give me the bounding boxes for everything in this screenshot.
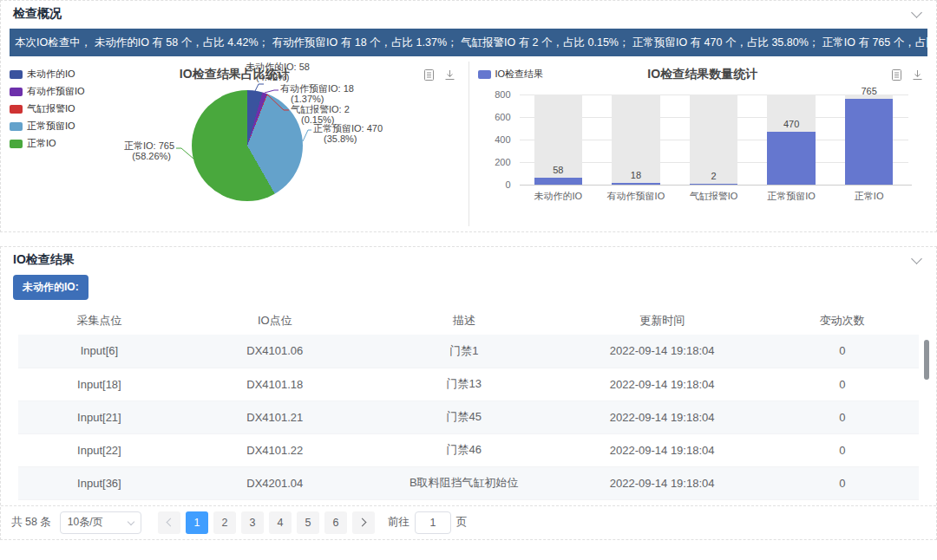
category-badge[interactable]: 未动作的IO: [13, 275, 88, 300]
y-axis-tick: 600 [469, 112, 511, 122]
overview-title: 检查概况 [13, 6, 62, 22]
table-cell: 门禁1 [370, 335, 559, 368]
legend-swatch [478, 70, 491, 79]
chevron-left-icon [166, 518, 174, 527]
bar-cell: 765 [830, 94, 908, 185]
charts-row: IO检查结果占比统计 未动作的IO 有动作预留IO 气缸报警IO 正常预留IO … [1, 62, 936, 231]
page-button[interactable]: 3 [241, 511, 264, 534]
pie-legend-item[interactable]: 未动作的IO [10, 68, 85, 81]
collapse-chevron-icon[interactable] [911, 7, 922, 18]
legend-label: 气缸报警IO [27, 102, 75, 115]
table-cell: 0 [766, 433, 920, 466]
bar-cell: 2 [675, 94, 753, 185]
pie-chart-panel: IO检查结果占比统计 未动作的IO 有动作预留IO 气缸报警IO 正常预留IO … [1, 62, 469, 226]
total-count: 共 58 条 [11, 515, 51, 530]
legend-label: 未动作的IO [27, 68, 75, 81]
table-cell: Input[6] [18, 335, 180, 368]
download-icon[interactable] [443, 68, 456, 81]
bar-chart-panel: IO检查结果数量统计 IO检查结果 800 600 400 200 0 [469, 62, 937, 226]
page-button[interactable]: 2 [213, 511, 236, 534]
pie-legend-item[interactable]: 气缸报警IO [10, 102, 85, 115]
table-cell: Input[22] [18, 433, 180, 466]
pagination: 共 58 条 10条/页 1 2 3 4 5 6 前往 页 [1, 505, 936, 539]
table-row: Input[22] DX4101.22 门禁46 2022-09-14 19:1… [18, 433, 919, 466]
bar-value-label: 765 [830, 86, 908, 96]
bar-legend: IO检查结果 [478, 68, 544, 85]
table-cell: 2022-09-14 19:18:04 [559, 466, 766, 499]
bar-legend-item[interactable]: IO检查结果 [478, 68, 544, 81]
table-row: Input[6] DX4101.06 门禁1 2022-09-14 19:18:… [18, 335, 919, 368]
table-cell: 0 [766, 466, 920, 499]
page-button[interactable]: 4 [269, 511, 292, 534]
page-size-select[interactable]: 10条/页 [60, 511, 141, 534]
pie-label: 正常IO: 765(58.26%) [83, 141, 174, 161]
x-axis-label: 正常预留IO [752, 190, 830, 203]
table-row: Input[21] DX4101.21 门禁45 2022-09-14 19:1… [18, 400, 919, 433]
legend-label: 正常预留IO [27, 120, 75, 133]
table-cell: 2022-09-14 19:18:04 [559, 368, 766, 400]
x-axis-label: 气缸报警IO [675, 190, 753, 203]
bar [845, 99, 894, 185]
y-axis-tick: 0 [469, 179, 511, 190]
page-button[interactable]: 6 [324, 511, 347, 534]
table-scrollbar-thumb[interactable] [924, 340, 929, 380]
download-icon[interactable] [911, 68, 924, 81]
legend-label: 正常IO [27, 137, 56, 150]
table-cell: 门禁45 [370, 400, 559, 433]
goto-input[interactable] [415, 511, 451, 534]
dataview-icon[interactable] [423, 68, 436, 81]
pie-legend-item[interactable]: 正常IO [10, 137, 85, 150]
y-axis-tick: 200 [469, 157, 511, 167]
table-header-row: 采集点位 IO点位 描述 更新时间 变动次数 [18, 307, 919, 335]
pie-legend-item[interactable]: 正常预留IO [10, 120, 85, 133]
table-cell: Input[21] [18, 400, 180, 433]
page-button[interactable]: 5 [297, 511, 319, 534]
bar-cell: 470 [752, 94, 830, 185]
prev-page-button[interactable] [158, 511, 180, 534]
pie-toolbox [423, 68, 456, 81]
table-header-cell: 变动次数 [766, 307, 920, 335]
bar-cell: 18 [597, 94, 675, 185]
chevron-right-icon [357, 518, 366, 527]
table-row: Input[18] DX4101.18 门禁13 2022-09-14 19:1… [18, 368, 919, 400]
table-cell: Input[36] [18, 466, 180, 499]
table-cell: 门禁13 [370, 368, 559, 400]
next-page-button[interactable] [352, 511, 375, 534]
table-cell: DX4101.22 [180, 433, 370, 466]
table-cell: 0 [766, 368, 920, 400]
results-section: IO检查结果 未动作的IO: 采集点位 IO点位 描述 更新时间 变动次数 In… [0, 246, 937, 540]
x-axis-label: 有动作预留IO [597, 190, 675, 203]
io-table: 采集点位 IO点位 描述 更新时间 变动次数 Input[6] DX4101.0… [18, 307, 919, 500]
pie-legend-item[interactable]: 有动作预留IO [10, 85, 85, 98]
chevron-down-icon [128, 518, 134, 524]
table-cell: 0 [766, 400, 920, 433]
x-axis-labels: 未动作的IO 有动作预留IO 气缸报警IO 正常预留IO 正常IO [520, 190, 908, 203]
io-table-wrap: 采集点位 IO点位 描述 更新时间 变动次数 Input[6] DX4101.0… [18, 307, 919, 500]
table-cell: 2022-09-14 19:18:04 [559, 433, 766, 466]
table-cell: DX4101.21 [180, 400, 370, 433]
summary-banner: 本次IO检查中， 未动作的IO 有 58 个，占比 4.42%； 有动作预留IO… [10, 29, 927, 56]
table-cell: B取料阻挡气缸初始位 [370, 466, 559, 499]
table-cell: 2022-09-14 19:18:04 [559, 335, 766, 368]
x-axis-line [520, 185, 912, 186]
bar-toolbox [890, 68, 924, 81]
bar-value-label: 18 [597, 170, 675, 180]
goto-label: 前往 [388, 515, 410, 530]
page-button[interactable]: 1 [186, 511, 208, 534]
goto-suffix: 页 [456, 515, 468, 530]
table-header-cell: 更新时间 [559, 307, 766, 335]
bar-value-label: 2 [675, 171, 753, 181]
legend-swatch [10, 140, 23, 148]
pie-label: 有动作预留IO: 18(1.37%) [280, 84, 354, 104]
table-cell: Input[18] [18, 368, 180, 400]
table-cell: DX4101.06 [180, 335, 370, 368]
table-header-cell: IO点位 [180, 307, 370, 335]
table-cell: 2022-09-14 19:18:04 [559, 400, 766, 433]
collapse-chevron-icon[interactable] [911, 253, 922, 264]
pie-label: 未动作的IO: 58(4.42%) [246, 62, 310, 82]
bar [612, 183, 660, 185]
bar [534, 178, 583, 185]
table-cell: 门禁46 [370, 433, 559, 466]
bar-cell: 58 [520, 94, 598, 185]
dataview-icon[interactable] [890, 68, 903, 81]
